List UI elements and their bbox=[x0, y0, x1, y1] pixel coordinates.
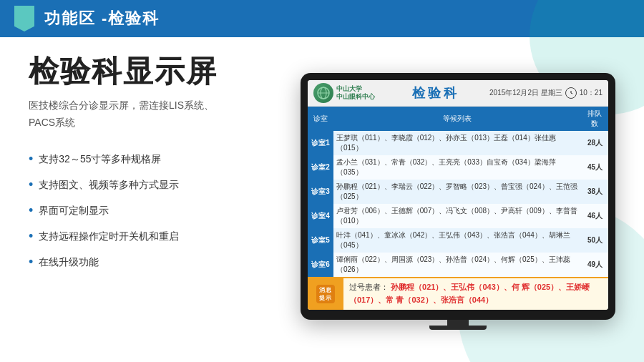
ticker-label-top: 消息 bbox=[319, 286, 332, 294]
ticker-content: 过号患者： 孙鹏程（021）、王弘伟（043）、何 辉（025）、王娇崾（017… bbox=[343, 278, 608, 309]
subtitle-line1: 医技楼综合分诊显示屏，需连接LIS系统、 bbox=[29, 99, 214, 111]
cell-count: 50人 bbox=[582, 228, 608, 253]
logo-circle bbox=[313, 83, 333, 103]
ticker-label-bg: 消息 提示 bbox=[308, 278, 343, 309]
cell-patients: 叶洋（041）、童冰冰（042）、王弘伟（043）、张浩言（044）、胡琳兰（0… bbox=[333, 228, 582, 253]
feature-item-1: 支持32～55寸等多种规格屏 bbox=[29, 146, 279, 172]
cell-count: 28人 bbox=[582, 131, 608, 155]
cell-patients: 孟小兰（031）、常青（032）、王亮亮（033）自宝奇（034）梁海萍（035… bbox=[333, 155, 582, 180]
feature-list: 支持32～55寸等多种规格屏 支持图文、视频等多种方式显示 界面可定制显示 支持… bbox=[29, 146, 279, 275]
cell-room: 诊室1 bbox=[308, 131, 333, 155]
stand-neck bbox=[447, 320, 469, 326]
clock-icon bbox=[565, 87, 577, 99]
cell-patients: 谭俐雨（022）、周国源（023）、孙浩普（024）、何辉（025）、王沛蕊（0… bbox=[333, 253, 582, 277]
cell-patients: 王梦琪（011）、李晓霞（012）、孙亦玉（013）王磊（014）张佳惠（015… bbox=[333, 131, 582, 155]
cell-count: 46人 bbox=[582, 204, 608, 228]
col-header-count: 排队数 bbox=[582, 107, 608, 131]
screen-header: 中山大学 中山眼科中心 检验科 2015年12月2日 星期三 bbox=[308, 80, 608, 107]
cell-room: 诊室3 bbox=[308, 180, 333, 204]
cell-patients: 卢君芳（006）、王德辉（007）、冯飞文（008）、尹高轩（009）、李普普（… bbox=[333, 204, 582, 228]
feature-item-4: 支持远程操作定时开关机和重启 bbox=[29, 223, 279, 249]
feature-item-5: 在线升级功能 bbox=[29, 249, 279, 275]
cell-room: 诊室2 bbox=[308, 155, 333, 180]
table-row: 诊室4卢君芳（006）、王德辉（007）、冯飞文（008）、尹高轩（009）、李… bbox=[308, 204, 608, 228]
stand-base bbox=[429, 326, 487, 330]
feature-item-2: 支持图文、视频等多种方式显示 bbox=[29, 172, 279, 197]
monitor-screen: 中山大学 中山眼科中心 检验科 2015年12月2日 星期三 bbox=[308, 80, 608, 309]
cell-count: 38人 bbox=[582, 180, 608, 204]
feature-item-3: 界面可定制显示 bbox=[29, 197, 279, 223]
flag-icon bbox=[14, 6, 34, 31]
table-row: 诊室6谭俐雨（022）、周国源（023）、孙浩普（024）、何辉（025）、王沛… bbox=[308, 253, 608, 277]
monitor: 中山大学 中山眼科中心 检验科 2015年12月2日 星期三 bbox=[301, 73, 615, 329]
header-title: 功能区 -检验科 bbox=[44, 8, 160, 29]
main-content: 检验科显示屏 医技楼综合分诊显示屏，需连接LIS系统、 PACS系统 支持32～… bbox=[0, 37, 644, 362]
subtitle-line2: PACS系统 bbox=[29, 117, 75, 128]
screen-date: 2015年12月2日 星期三 bbox=[489, 88, 562, 98]
ticker-label-inner: 消息 提示 bbox=[316, 285, 335, 303]
subtitle: 医技楼综合分诊显示屏，需连接LIS系统、 PACS系统 bbox=[29, 97, 279, 132]
page-title: 检验科显示屏 bbox=[29, 52, 279, 92]
right-panel: 中山大学 中山眼科中心 检验科 2015年12月2日 星期三 bbox=[293, 52, 623, 351]
left-panel: 检验科显示屏 医技楼综合分诊显示屏，需连接LIS系统、 PACS系统 支持32～… bbox=[29, 52, 293, 351]
col-header-room: 诊室 bbox=[308, 107, 333, 131]
table-row: 诊室2孟小兰（031）、常青（032）、王亮亮（033）自宝奇（034）梁海萍（… bbox=[308, 155, 608, 180]
screen-time: 10：21 bbox=[580, 88, 602, 98]
screen-datetime: 2015年12月2日 星期三 10：21 bbox=[489, 87, 602, 99]
ticker-bar: 消息 提示 过号患者： 孙鹏程（021）、王弘伟（043）、何 辉（025）、王… bbox=[308, 277, 608, 309]
screen-title: 检验科 bbox=[382, 84, 489, 102]
ticker-prefix: 过号患者： bbox=[349, 283, 389, 291]
queue-table: 诊室 等候列表 排队数 诊室1王梦琪（011）、李晓霞（012）、孙亦玉（013… bbox=[308, 107, 608, 277]
svg-line-4 bbox=[571, 93, 572, 94]
cell-room: 诊室5 bbox=[308, 228, 333, 253]
table-row: 诊室1王梦琪（011）、李晓霞（012）、孙亦玉（013）王磊（014）张佳惠（… bbox=[308, 131, 608, 155]
cell-count: 49人 bbox=[582, 253, 608, 277]
cell-count: 45人 bbox=[582, 155, 608, 180]
cell-patients: 孙鹏程（021）、李瑞云（022）、罗智略（023）、曾宝强（024）、王范强（… bbox=[333, 180, 582, 204]
table-row: 诊室5叶洋（041）、童冰冰（042）、王弘伟（043）、张浩言（044）、胡琳… bbox=[308, 228, 608, 253]
ticker-label-bottom: 提示 bbox=[319, 294, 332, 302]
table-row: 诊室3孙鹏程（021）、李瑞云（022）、罗智略（023）、曾宝强（024）、王… bbox=[308, 180, 608, 204]
col-header-list: 等候列表 bbox=[333, 107, 582, 131]
logo-area: 中山大学 中山眼科中心 bbox=[313, 83, 375, 103]
cell-room: 诊室6 bbox=[308, 253, 333, 277]
monitor-outer: 中山大学 中山眼科中心 检验科 2015年12月2日 星期三 bbox=[301, 73, 615, 319]
logo-text: 中山大学 中山眼科中心 bbox=[336, 85, 375, 102]
cell-room: 诊室4 bbox=[308, 204, 333, 228]
